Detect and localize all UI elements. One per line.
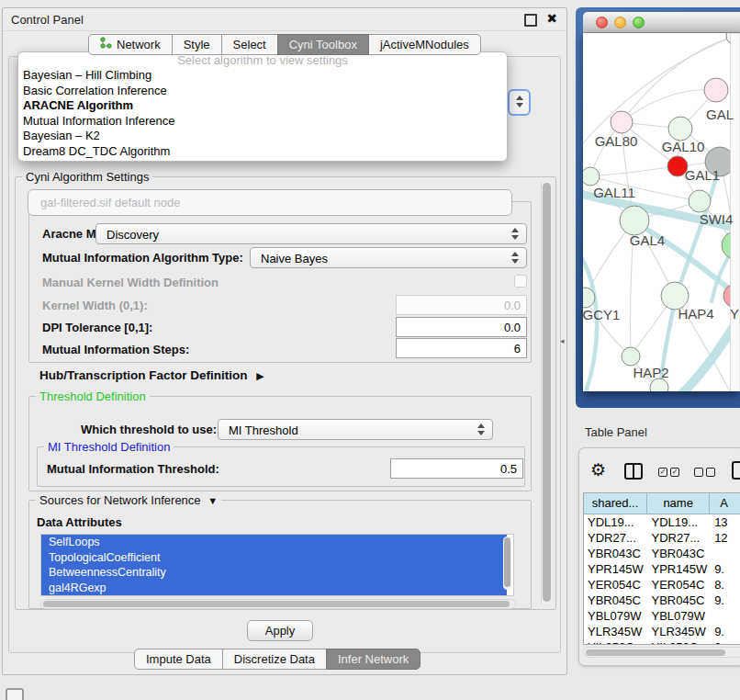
tab-cyni-toolbox[interactable]: Cyni Toolbox bbox=[277, 34, 369, 55]
list-scrollbar[interactable] bbox=[503, 536, 511, 590]
mi-type-select[interactable]: Naive Bayes bbox=[250, 247, 527, 268]
threshold-definition-title: Threshold Definition bbox=[36, 390, 150, 403]
kernel-width-label: Kernel Width (0,1): bbox=[42, 299, 148, 312]
export-table-icon[interactable] bbox=[732, 461, 740, 480]
table-settings-gear-icon[interactable]: ⚙ bbox=[590, 459, 606, 480]
kernel-width-field[interactable]: 0.0 bbox=[396, 295, 527, 315]
float-panel-icon[interactable] bbox=[524, 14, 537, 27]
tab-label: Select bbox=[233, 34, 266, 55]
table-cell bbox=[711, 546, 740, 561]
dpi-tolerance-field[interactable]: 0.0 bbox=[396, 317, 527, 337]
network-window-titlebar[interactable] bbox=[583, 12, 740, 33]
settings-scrollbar[interactable] bbox=[541, 182, 553, 604]
node-label-swi4: SWI4 bbox=[700, 211, 734, 227]
apply-button[interactable]: Apply bbox=[247, 620, 313, 641]
data-attributes-list[interactable]: SelfLoopsTopologicalCoefficientBetweenne… bbox=[40, 534, 514, 596]
table-horizontal-scrollbar[interactable] bbox=[583, 647, 740, 658]
column-header-a[interactable]: A bbox=[710, 493, 740, 514]
node-label-hap4: HAP4 bbox=[678, 306, 713, 322]
dropdown-item-mutual-information-inference[interactable]: Mutual Information Inference bbox=[18, 114, 507, 130]
dropdown-item-dream8-dc-tdc-algorithm[interactable]: Dream8 DC_TDC Algorithm bbox=[18, 144, 507, 160]
network-node-hap2[interactable] bbox=[622, 347, 640, 366]
dpi-tolerance-label: DPI Tolerance [0,1]: bbox=[42, 321, 152, 334]
tab-jactivemnodules[interactable]: jActiveMNodules bbox=[368, 34, 481, 55]
table-row[interactable]: YDL19...YDL19...13 bbox=[584, 514, 740, 530]
table-row[interactable]: YER054CYER054C8. bbox=[584, 577, 740, 593]
sources-group-title[interactable]: Sources for Network Inference ▼ bbox=[36, 493, 221, 507]
network-node-gal80[interactable] bbox=[611, 111, 633, 133]
sources-title-text: Sources for Network Inference bbox=[39, 493, 201, 507]
attribute-item-betweennesscentrality[interactable]: BetweennessCentrality bbox=[41, 565, 507, 581]
table-cell: YIL052C bbox=[648, 639, 712, 645]
close-panel-icon[interactable]: ✖ bbox=[546, 11, 557, 26]
column-header-shared-[interactable]: shared... bbox=[584, 493, 647, 514]
tab-discretize-data[interactable]: Discretize Data bbox=[222, 649, 327, 670]
manual-kernel-checkbox[interactable] bbox=[514, 275, 527, 288]
network-node-gal11[interactable] bbox=[583, 167, 600, 186]
select-all-checkbox-icon[interactable]: ✓ bbox=[658, 468, 667, 477]
table-row[interactable]: YBR043CYBR043C bbox=[584, 546, 740, 561]
data-attributes-label: Data Attributes bbox=[37, 515, 122, 529]
tab-network[interactable]: Network bbox=[88, 34, 173, 55]
hub-definition-toggle[interactable]: Hub/Transcription Factor Definition ▶ bbox=[39, 368, 264, 382]
table-panel-window: ⚙ ✓ ✓ shared...nameA YDL19...YDL19...13Y… bbox=[578, 447, 740, 666]
deselect-all-checkbox-icon[interactable] bbox=[694, 468, 703, 477]
settings-group-title: Cyni Algorithm Settings bbox=[22, 170, 152, 184]
network-table-combo[interactable]: gal-filtered.sif default node bbox=[28, 189, 512, 216]
table-row[interactable]: YLR345WYLR345W9. bbox=[584, 624, 740, 639]
tab-infer-network[interactable]: Infer Network bbox=[326, 649, 420, 670]
split-pane-collapse-arrow[interactable]: ◂ bbox=[560, 336, 565, 345]
select-all-checkbox-icon[interactable]: ✓ bbox=[670, 468, 679, 477]
expanded-arrow-icon: ▼ bbox=[207, 495, 218, 506]
mi-threshold-field[interactable]: 0.5 bbox=[390, 458, 523, 479]
attribute-item-topologicalcoefficient[interactable]: TopologicalCoefficient bbox=[41, 550, 507, 566]
inference-combo-stepper[interactable] bbox=[508, 89, 531, 116]
zoom-window-icon[interactable] bbox=[633, 17, 645, 28]
table-row[interactable]: YBR045CYBR045C9. bbox=[584, 593, 740, 608]
aracne-mode-value: Discovery bbox=[107, 228, 159, 242]
node-table[interactable]: shared...nameA YDL19...YDL19...13YDR27..… bbox=[583, 492, 740, 645]
close-window-icon[interactable] bbox=[596, 17, 608, 28]
collapsed-panel-icon[interactable] bbox=[6, 688, 24, 700]
table-row[interactable]: YIL052CYIL052C9 bbox=[584, 639, 740, 645]
show-columns-icon[interactable] bbox=[624, 463, 643, 480]
table-row[interactable]: YBL079WYBL079W bbox=[584, 608, 740, 624]
dropdown-item-aracne-algorithm[interactable]: ARACNE Algorithm bbox=[18, 98, 507, 114]
node-label-gal4: GAL4 bbox=[630, 232, 665, 248]
column-header-name[interactable]: name bbox=[647, 493, 710, 514]
tab-style[interactable]: Style bbox=[172, 34, 222, 55]
table-cell: 9. bbox=[711, 593, 740, 608]
network-node[interactable] bbox=[650, 378, 668, 391]
network-node-gal4[interactable] bbox=[620, 206, 649, 235]
mi-steps-field[interactable]: 6 bbox=[396, 338, 527, 358]
node-label-gal: GAL bbox=[706, 107, 734, 122]
tab-label: jActiveMNodules bbox=[380, 34, 469, 55]
minimize-window-icon[interactable] bbox=[614, 17, 626, 28]
tab-select[interactable]: Select bbox=[221, 34, 278, 55]
deselect-all-checkbox-icon[interactable] bbox=[706, 468, 715, 477]
network-canvas[interactable]: GALGAL80GAL10GAL1GAL11GAL4SWI4GCY1HAP4YH… bbox=[583, 33, 740, 391]
network-node-gal10[interactable] bbox=[668, 117, 692, 141]
mi-threshold-label: Mutual Information Threshold: bbox=[47, 462, 219, 476]
table-row[interactable]: YPR145WYPR145W9. bbox=[584, 561, 740, 577]
dropdown-item-bayesian-k2[interactable]: Bayesian – K2 bbox=[18, 129, 507, 144]
which-threshold-select[interactable]: MI Threshold bbox=[218, 419, 493, 440]
table-cell: 8. bbox=[711, 577, 740, 593]
list-horizontal-scrollbar[interactable] bbox=[40, 599, 516, 609]
table-row[interactable]: YDR27...YDR27...12 bbox=[584, 530, 740, 546]
aracne-mode-select[interactable]: Discovery bbox=[95, 223, 527, 244]
mi-threshold-group-title: MI Threshold Definition bbox=[44, 440, 174, 454]
attribute-item-gal4rgexp[interactable]: gal4RGexp bbox=[41, 581, 507, 596]
network-edge[interactable] bbox=[590, 166, 678, 176]
network-node-gal1[interactable] bbox=[689, 190, 711, 212]
tab-impute-data[interactable]: Impute Data bbox=[134, 649, 223, 670]
cyni-algorithm-settings-group: Cyni Algorithm Settings Algorithm Defini… bbox=[15, 176, 556, 610]
combo-arrows-icon bbox=[511, 252, 519, 264]
network-node-gal[interactable] bbox=[704, 78, 728, 102]
table-cell: 13 bbox=[711, 514, 740, 530]
dropdown-item-basic-correlation-inference[interactable]: Basic Correlation Inference bbox=[18, 84, 507, 99]
table-cell: YBR045C bbox=[648, 593, 712, 608]
attribute-item-selfloops[interactable]: SelfLoops bbox=[41, 535, 507, 550]
dropdown-item-bayesian-hill-climbing[interactable]: Bayesian – Hill Climbing bbox=[18, 68, 507, 84]
table-cell: YBR043C bbox=[584, 546, 648, 561]
